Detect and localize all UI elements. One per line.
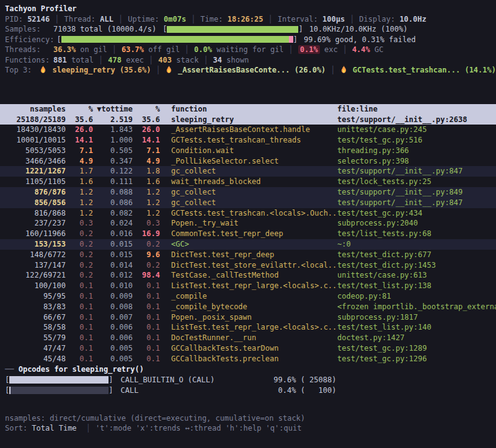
table-row[interactable]: 160/119660.20.01616.9CommonTest.test_rep… bbox=[0, 229, 496, 239]
separator: │ bbox=[118, 14, 123, 25]
opcode-bar-close-bracket: ] bbox=[108, 386, 113, 395]
cell-function: ListTest.test_repr_large.<locals>.c... bbox=[170, 322, 336, 333]
cell-tottime: 0.012 bbox=[93, 270, 133, 281]
cell-cum-pct: 0.1 bbox=[133, 333, 160, 343]
table-row[interactable]: 18430/1843026.01.84326.0_AssertRaisesBas… bbox=[0, 125, 496, 135]
cell-direct-pct: 0.1 bbox=[66, 322, 93, 333]
sort-value: Total Time bbox=[27, 423, 81, 434]
cell-direct-pct: 1.6 bbox=[66, 177, 93, 187]
thread-stat-waiting-gil-label: waiting for gil bbox=[212, 45, 284, 54]
table-row[interactable]: 122/697210.20.01298.4TestCase._callTestM… bbox=[0, 270, 496, 281]
cell-tottime: 0.007 bbox=[93, 312, 133, 323]
cell-direct-pct: 0.1 bbox=[66, 343, 93, 354]
cell-function: _PollLikeSelector.select bbox=[170, 156, 336, 167]
cell-direct-pct: 1.2 bbox=[66, 208, 93, 219]
cell-tottime: 0.006 bbox=[93, 333, 133, 343]
footer-spacer bbox=[5, 396, 496, 413]
opcode-value: 0.4% ( 100) bbox=[262, 386, 336, 395]
efficiency-label: Efficiency: bbox=[5, 35, 54, 45]
functions-stat-total: 881 total bbox=[53, 55, 94, 66]
efficiency-summary: 99.69% good, 0.31% failed bbox=[304, 35, 416, 45]
opcode-row: []CALL_BUILTIN_O (CALL)99.6% ( 25088) bbox=[5, 375, 496, 385]
flame-icon bbox=[40, 66, 46, 74]
cell-cum-pct: 1.8 bbox=[133, 166, 160, 177]
samples-bar-open-bracket: [ bbox=[162, 24, 167, 35]
table-body: 25188/2518935.62.51935.6sleeping_retryte… bbox=[0, 115, 496, 364]
functions-stat-total-label: total bbox=[67, 56, 94, 64]
table-row[interactable]: 137/1470.20.0140.2DictTest.test_store_ev… bbox=[0, 260, 496, 271]
footer-keybar: Sort: Total Time │ 't':mode 'x':trends ↔… bbox=[5, 423, 496, 434]
status-uptime-value: 0m07s bbox=[164, 15, 186, 24]
opcodes-header: ── Opcodes for sleeping_retry() bbox=[5, 364, 496, 375]
samples-bar-close-bracket: ] bbox=[298, 24, 303, 35]
table-row[interactable]: 816/8681.20.0821.2GCTests.test_trashcan.… bbox=[0, 208, 496, 219]
table-row[interactable]: 237/2370.30.0240.3Popen._try_waitsubproc… bbox=[0, 218, 496, 229]
table-row[interactable]: 45/480.10.0050.1GCCallbackTests.preclean… bbox=[0, 354, 496, 364]
opcodes-title: Opcodes for sleeping_retry() bbox=[19, 364, 144, 375]
efficiency-bar-good bbox=[61, 36, 289, 43]
cell-file: subprocess.py:2040 bbox=[336, 218, 496, 229]
cell-nsamples: 876/876 bbox=[5, 187, 66, 198]
table-row[interactable]: 25188/2518935.62.51935.6sleeping_retryte… bbox=[0, 115, 496, 125]
table-row[interactable]: 856/8561.20.0861.2gc_collecttest/support… bbox=[0, 198, 496, 208]
table-row[interactable]: 58/580.10.0060.1ListTest.test_repr_large… bbox=[0, 322, 496, 333]
col-header-direct-pct[interactable]: % bbox=[66, 104, 93, 115]
table-row[interactable]: 47/470.10.0050.1GCCallbackTests.tearDown… bbox=[0, 343, 496, 354]
status-bar: PID: 52146│Thread: ALL│Uptime: 0m07s│Tim… bbox=[5, 14, 496, 25]
table-row[interactable]: 153/1530.20.0150.2<GC>~:0 bbox=[0, 239, 496, 250]
thread-stat-off-gil: 63.7% off gil bbox=[122, 45, 180, 55]
top3-name: _AssertRaisesBaseConte... (26.0%) bbox=[174, 66, 326, 74]
table-row[interactable]: 1221/12671.70.1221.8gc_collecttest/suppo… bbox=[0, 166, 496, 177]
table-row[interactable]: 876/8761.20.0881.2gc_collecttest/support… bbox=[0, 187, 496, 198]
table-row[interactable]: 148/67720.20.0159.6DictTest.test_repr_de… bbox=[0, 250, 496, 260]
cell-file: test/list_tests.py:68 bbox=[336, 229, 496, 239]
cell-cum-pct: 0.2 bbox=[133, 260, 160, 271]
top3-line: Top 3: sleeping_retry (35.6%)│ _AssertRa… bbox=[5, 65, 496, 76]
cell-nsamples: 856/856 bbox=[5, 198, 66, 208]
cell-tottime: 1.843 bbox=[93, 125, 133, 135]
functions-stat-exec-value: 478 bbox=[108, 56, 122, 64]
cell-nsamples: 1105/1105 bbox=[5, 177, 66, 187]
cell-nsamples: 3466/3466 bbox=[5, 156, 66, 167]
cell-file: test/test_gc.py:1296 bbox=[336, 354, 496, 364]
table-row[interactable]: 83/830.10.0080.1_compile_bytecode<frozen… bbox=[0, 302, 496, 312]
table-row[interactable]: 55/790.10.0060.1DocTestRunner.__rundocte… bbox=[0, 333, 496, 343]
table-row[interactable]: 3466/34664.90.3474.9_PollLikeSelector.se… bbox=[0, 156, 496, 167]
table-row[interactable]: 5053/50537.10.5057.1Condition.waitthread… bbox=[0, 146, 496, 156]
samples-label: Samples: bbox=[5, 24, 53, 35]
cell-tottime: 0.016 bbox=[93, 229, 133, 239]
col-header-file[interactable]: file:line bbox=[336, 104, 496, 115]
status-pid-value: 52146 bbox=[27, 15, 50, 24]
opcodes-rule: ── bbox=[5, 364, 19, 375]
cell-function: DictTest.test_store_evilattr.<local... bbox=[170, 260, 336, 271]
cell-file: threading.py:366 bbox=[336, 146, 496, 156]
functions-segments: 881 total│478 exec│403 stack│34 shown bbox=[53, 55, 249, 66]
cell-nsamples: 5053/5053 bbox=[5, 146, 66, 156]
thread-stat-exc: 0.1% exc bbox=[298, 45, 338, 55]
col-header-nsamples[interactable]: nsamples bbox=[5, 104, 66, 115]
col-header-function[interactable]: function bbox=[170, 104, 336, 115]
col-header-cum-pct[interactable]: % bbox=[133, 104, 160, 115]
cell-file: test/test_gc.py:516 bbox=[336, 135, 496, 146]
opcode-row: []CALL 0.4% ( 100) bbox=[5, 385, 496, 396]
table-row[interactable]: 66/670.10.0070.1Popen._posix_spawnsubpro… bbox=[0, 312, 496, 323]
status-pid-label: PID: bbox=[5, 15, 27, 24]
cell-direct-pct: 0.1 bbox=[66, 333, 93, 343]
cell-file: test/support/__init__.py:2638 bbox=[336, 115, 496, 125]
table-row[interactable]: 100/1000.10.0100.1ListTest.test_repr_lar… bbox=[0, 281, 496, 291]
thread-stat-off-gil-value: 63.7% bbox=[122, 45, 144, 54]
cell-tottime: 0.006 bbox=[93, 322, 133, 333]
col-header-tottime[interactable]: ▼tottime bbox=[93, 104, 133, 115]
table-row[interactable]: 10001/1001514.11.00014.1GCTests.test_tra… bbox=[0, 135, 496, 146]
cell-direct-pct: 0.3 bbox=[66, 218, 93, 229]
cell-cum-pct: 1.2 bbox=[133, 198, 160, 208]
cell-nsamples: 18430/18430 bbox=[5, 125, 66, 135]
table-row[interactable]: 1105/11051.60.1111.6wait_threads_blocked… bbox=[0, 177, 496, 187]
samples-rate: 10.0KHz/10.0KHz (100%) bbox=[309, 24, 408, 35]
cell-tottime: 0.122 bbox=[93, 166, 133, 177]
separator: │ bbox=[343, 45, 347, 55]
cell-function: Condition.wait bbox=[170, 146, 336, 156]
functions-stat-stack-value: 403 bbox=[158, 56, 172, 64]
table-row[interactable]: 95/950.10.0090.1_compilecodeop.py:81 bbox=[0, 291, 496, 302]
cell-nsamples: 47/47 bbox=[5, 343, 66, 354]
